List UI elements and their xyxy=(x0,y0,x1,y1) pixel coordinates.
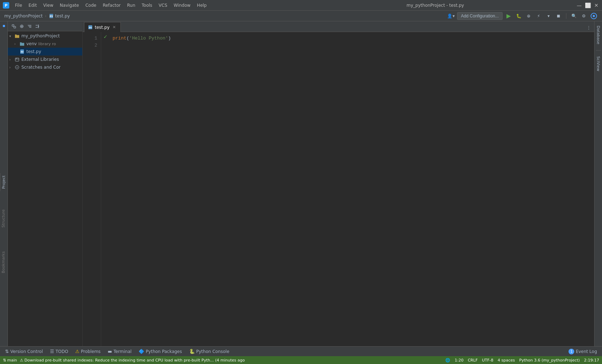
problems-icon: ⚠ xyxy=(75,349,79,354)
menu-view[interactable]: View xyxy=(40,2,56,9)
menu-bar: File Edit View Navigate Code Refactor Ru… xyxy=(12,2,294,9)
line-numbers: 1 2 xyxy=(83,32,101,346)
tab-more-button[interactable]: ⋮ xyxy=(585,24,593,32)
code-line-2 xyxy=(113,42,590,49)
file-icon-breadcrumb: py xyxy=(49,14,54,19)
search-everywhere-button[interactable]: 🔍 xyxy=(570,12,578,20)
event-log-badge: 1 xyxy=(569,349,574,354)
line-separator-status[interactable]: CRLF xyxy=(468,358,478,363)
menu-code[interactable]: Code xyxy=(83,2,99,9)
tree-label-root: my_pythonProject xyxy=(21,33,60,38)
menu-tools[interactable]: Tools xyxy=(139,2,155,9)
tab-file-icon: py xyxy=(88,25,93,30)
file-icon-testpy: py xyxy=(19,49,25,54)
project-sidebar-label[interactable]: Project xyxy=(0,173,7,191)
menu-run[interactable]: Run xyxy=(124,2,138,9)
folder-icon-ext xyxy=(14,57,20,62)
event-log-button[interactable]: 1 Event Log xyxy=(565,347,601,357)
keyword-print: print xyxy=(113,36,126,41)
status-git[interactable]: ⇅ main xyxy=(3,358,17,363)
version-control-icon: ⇅ xyxy=(5,349,9,354)
coverage-button[interactable]: ⊕ xyxy=(525,12,533,20)
sciview-tab[interactable]: SciView xyxy=(595,53,602,74)
bottom-tab-problems[interactable]: ⚠ Problems xyxy=(72,347,104,357)
menu-vcs[interactable]: VCS xyxy=(156,2,170,9)
tab-bar: py test.py ✕ ⋮ xyxy=(83,21,594,32)
tree-item-external-libs[interactable]: › External Libraries xyxy=(8,56,82,63)
svg-rect-21 xyxy=(15,58,19,61)
collapse-all-button[interactable] xyxy=(11,23,17,30)
right-sidebar: Database SciView xyxy=(594,21,602,346)
breadcrumb-separator: › xyxy=(45,14,47,19)
code-editor: 1 2 ✓ print('Hello Python') xyxy=(83,32,594,346)
status-right: 🌐 1:20 CRLF UTF-8 4 spaces Python 3.6 (m… xyxy=(445,358,599,363)
svg-point-5 xyxy=(593,15,595,17)
tab-label-testpy: test.py xyxy=(95,25,110,30)
minimize-button[interactable]: — xyxy=(576,2,582,8)
git-icon: ⇅ xyxy=(3,358,6,363)
tree-item-scratches[interactable]: › Scratches and Cor xyxy=(8,63,82,71)
breadcrumb-project[interactable]: my_pythonProject xyxy=(4,14,43,19)
structure-sidebar-label[interactable]: Structure xyxy=(0,207,7,230)
close-button[interactable]: ✕ xyxy=(593,2,599,8)
bottom-tab-terminal[interactable]: ▬ Terminal xyxy=(104,347,135,357)
add-configuration-button[interactable]: Add Configuration... xyxy=(457,12,503,20)
project-panel: ▾ my_pythonProject › venv library ro xyxy=(8,21,83,346)
interpreter-status[interactable]: Python 3.6 (my_pythonProject) xyxy=(519,358,580,363)
tree-label-scratches: Scratches and Cor xyxy=(21,65,61,70)
svg-point-18 xyxy=(38,26,39,27)
profile-run-button[interactable]: ⚡ xyxy=(535,12,543,20)
window-controls: — ⬜ ✕ xyxy=(576,2,599,8)
bottom-tab-python-console[interactable]: 🐍 Python Console xyxy=(186,347,233,357)
locate-file-button[interactable] xyxy=(19,23,25,30)
tab-testpy[interactable]: py test.py ✕ xyxy=(84,22,121,32)
stop-button[interactable]: ⏹ xyxy=(555,12,562,20)
jetbrains-toolbox-button[interactable] xyxy=(590,12,598,20)
sort-button[interactable] xyxy=(26,23,33,30)
todo-icon: ☰ xyxy=(50,349,54,354)
encoding-status[interactable]: UTF-8 xyxy=(482,358,493,363)
tree-item-root[interactable]: ▾ my_pythonProject xyxy=(8,32,82,40)
debug-button[interactable]: 🐛 xyxy=(515,12,523,20)
bottom-tab-version-control[interactable]: ⇅ Version Control xyxy=(1,347,46,357)
breadcrumb-file[interactable]: py test.py xyxy=(49,14,70,19)
database-tab[interactable]: Database xyxy=(595,23,602,47)
bottom-tab-todo[interactable]: ☰ TODO xyxy=(46,347,72,357)
run-button[interactable]: ▶ xyxy=(505,12,513,20)
bottom-tab-problems-label: Problems xyxy=(81,349,100,354)
expand-arrow-ext: › xyxy=(9,58,14,62)
run-with-coverage-button[interactable]: ▾ xyxy=(545,12,552,20)
status-bar: ⇅ main ⚠ Download pre-built shared index… xyxy=(0,356,602,364)
settings-button[interactable]: ⚙ xyxy=(580,12,588,20)
tab-close-button[interactable]: ✕ xyxy=(112,25,117,30)
app-logo: P xyxy=(3,2,9,9)
expand-arrow-root: ▾ xyxy=(9,34,14,38)
bottom-tab-python-packages[interactable]: 🔷 Python Packages xyxy=(135,347,185,357)
tree-item-testpy[interactable]: py test.py xyxy=(8,48,82,56)
menu-window[interactable]: Window xyxy=(171,2,193,9)
git-branch-label: main xyxy=(7,358,17,363)
menu-help[interactable]: Help xyxy=(194,2,209,9)
cursor-position[interactable]: 1:20 xyxy=(455,358,463,363)
bottom-tab-todo-label: TODO xyxy=(56,349,68,354)
line-number-1: 1 xyxy=(83,35,97,42)
tree-item-venv[interactable]: › venv library ro xyxy=(8,40,82,48)
gutter-checkmark: ✓ xyxy=(103,34,108,39)
console-icon: 🐍 xyxy=(189,349,195,354)
svg-text:py: py xyxy=(50,15,53,17)
menu-navigate[interactable]: Navigate xyxy=(57,2,82,9)
maximize-button[interactable]: ⬜ xyxy=(585,2,591,8)
code-content[interactable]: print('Hello Python') xyxy=(108,32,594,346)
menu-refactor[interactable]: Refactor xyxy=(100,2,123,9)
expand-arrow-venv: › xyxy=(14,42,19,46)
indent-status[interactable]: 4 spaces xyxy=(498,358,515,363)
bookmarks-sidebar-label[interactable]: Bookmarks xyxy=(0,249,7,275)
tree-label-testpy: test.py xyxy=(26,49,41,54)
menu-file[interactable]: File xyxy=(12,2,25,9)
folder-icon-venv xyxy=(19,41,25,47)
project-panel-header xyxy=(8,21,82,31)
menu-edit[interactable]: Edit xyxy=(26,2,40,9)
settings-tree-button[interactable] xyxy=(34,23,41,30)
profile-button[interactable]: 👤▾ xyxy=(447,12,455,20)
network-status-icon: 🌐 xyxy=(445,358,450,363)
